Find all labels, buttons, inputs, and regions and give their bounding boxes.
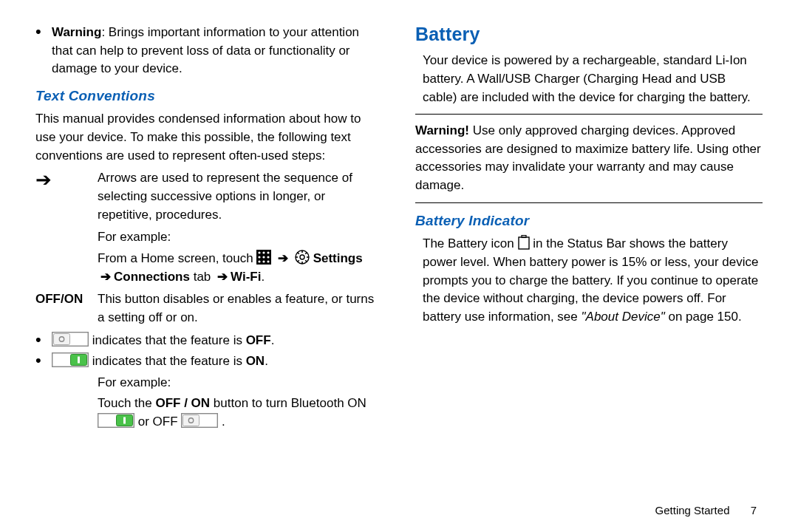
bt-b: OFF / ON — [155, 396, 210, 410]
svg-line-17 — [297, 260, 299, 262]
arrow-icon: ➔ — [98, 270, 114, 284]
bullet-dot: • — [35, 24, 52, 78]
svg-point-9 — [267, 260, 270, 262]
text-conventions-heading: Text Conventions — [35, 86, 383, 106]
battery-paragraph: Your device is powered by a rechargeable… — [423, 52, 763, 106]
bluetooth-example: Touch the OFF / ON button to turn Blueto… — [98, 395, 383, 431]
warning-bullet: • Warning: Brings important information … — [35, 24, 383, 78]
on-label: ON — [246, 354, 265, 368]
settings-label: Settings — [313, 251, 363, 265]
battery-indicator-heading: Battery Indicator — [415, 211, 763, 231]
arrow-icon: ➔ — [275, 251, 291, 265]
settings-gear-icon — [295, 250, 310, 265]
arrow-example: From a Home screen, touch ➔ Settings ➔Co… — [98, 250, 383, 286]
right-column: Battery Your device is powered by a rech… — [415, 21, 763, 434]
arrow-definition-text: Arrows are used to represent the sequenc… — [98, 169, 383, 224]
bt-a: Touch the — [98, 396, 155, 410]
divider — [415, 202, 763, 203]
battery-indicator-paragraph: The Battery icon in the Status Bar shows… — [423, 235, 763, 326]
on-indicator-bullet: • indicates that the feature is ON. — [35, 352, 383, 371]
svg-point-4 — [259, 256, 261, 258]
toggle-on-icon — [52, 352, 89, 367]
for-example-1: For example: — [98, 228, 383, 247]
svg-point-19 — [300, 255, 304, 259]
svg-line-18 — [305, 252, 307, 253]
arrow-icon: ➔ — [214, 270, 231, 284]
footer-page-number: 7 — [751, 502, 757, 519]
battery-warning: Warning! Use only approved charging devi… — [415, 122, 763, 195]
off-label: OFF — [246, 333, 271, 347]
battery-icon — [518, 235, 530, 250]
indicator-a: The Battery icon — [423, 236, 518, 250]
warning-label: Warning! — [415, 123, 469, 137]
svg-point-6 — [267, 256, 270, 258]
svg-point-2 — [263, 251, 265, 253]
bt-c: button to turn Bluetooth ON — [210, 396, 366, 410]
svg-point-3 — [267, 251, 270, 253]
arrow-symbol: ➔ — [35, 169, 98, 224]
apps-grid-icon — [256, 250, 271, 265]
svg-point-1 — [259, 251, 261, 253]
warning-label: Warning — [52, 25, 101, 39]
offon-definition-text: This button disables or enables a featur… — [98, 290, 383, 327]
svg-rect-25 — [78, 357, 80, 364]
wifi-label: Wi-Fi — [231, 270, 261, 284]
tab-word: tab — [190, 270, 214, 284]
svg-rect-30 — [183, 415, 200, 426]
toggle-on-icon — [98, 413, 134, 428]
toggle-off-icon — [52, 332, 89, 347]
on-indicator-text: indicates that the feature is — [92, 354, 246, 368]
arrow-definition: ➔ Arrows are used to represent the seque… — [35, 169, 383, 224]
for-example-2: For example: — [98, 374, 383, 392]
page-ref: on page 150. — [665, 310, 742, 324]
off-indicator-bullet: • indicates that the feature is OFF. — [35, 332, 383, 350]
svg-line-16 — [305, 260, 307, 262]
off-indicator-text: indicates that the feature is — [92, 333, 246, 347]
divider — [415, 114, 763, 115]
toggle-off-icon — [181, 413, 218, 428]
offon-definition: OFF/ON This button disables or enables a… — [35, 290, 383, 327]
battery-heading: Battery — [415, 21, 763, 47]
bullet-dot: • — [35, 352, 52, 371]
footer-section: Getting Started — [655, 504, 730, 516]
svg-rect-33 — [519, 237, 529, 249]
svg-point-7 — [259, 260, 261, 262]
left-column: • Warning: Brings important information … — [35, 21, 383, 434]
svg-point-5 — [263, 256, 265, 258]
about-device-ref: "About Device" — [582, 310, 665, 324]
text-conventions-intro: This manual provides condensed informati… — [35, 110, 383, 165]
or-off: or OFF — [138, 415, 182, 429]
svg-point-8 — [263, 260, 265, 262]
offon-term: OFF/ON — [35, 290, 98, 327]
svg-rect-21 — [54, 333, 70, 344]
svg-rect-28 — [123, 417, 126, 424]
page-footer: Getting Started 7 — [655, 502, 757, 519]
svg-line-15 — [297, 252, 299, 253]
example-prefix: From a Home screen, touch — [98, 251, 256, 265]
connections-label: Connections — [114, 270, 190, 284]
bullet-dot: • — [35, 332, 52, 350]
